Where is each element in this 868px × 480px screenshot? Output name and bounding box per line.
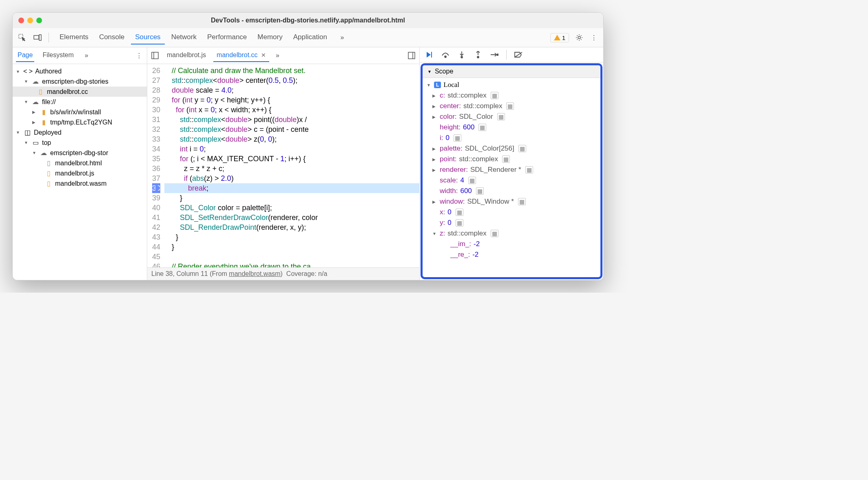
memory-icon[interactable]: ▦ <box>491 92 498 99</box>
more-tabs-icon[interactable]: » <box>338 33 347 42</box>
page-tab[interactable]: Page <box>16 49 34 62</box>
top-toolbar: ElementsConsoleSourcesNetworkPerformance… <box>13 28 603 47</box>
scope-var-c[interactable]: ▶c: std::complex▦ <box>423 90 600 101</box>
memory-icon[interactable]: ▦ <box>525 166 533 173</box>
titlebar: DevTools - emscripten-dbg-stories.netlif… <box>13 13 603 28</box>
debugger-toolbar <box>420 47 603 62</box>
svg-point-13 <box>477 56 479 58</box>
more-sidebar-tabs-icon[interactable]: » <box>82 51 91 60</box>
file-tab-mandelbrot-js[interactable]: mandelbrot.js <box>164 49 209 62</box>
authored-group[interactable]: ▼< >Authored <box>13 67 147 76</box>
scope-var-center[interactable]: ▶center: std::complex▦ <box>423 101 600 111</box>
resume-icon[interactable] <box>425 50 434 59</box>
scope-var-z-__re_[interactable]: __re_: -2 <box>423 249 600 260</box>
folder-bsw[interactable]: ▶▮b/s/w/ir/x/w/install <box>13 107 147 117</box>
scope-var-z[interactable]: ▼z: std::complex▦ <box>423 228 600 239</box>
settings-gear-icon[interactable] <box>575 33 584 42</box>
fileurl-node[interactable]: ▼file:// <box>13 97 147 107</box>
warnings-count: 1 <box>562 34 565 41</box>
sources-sidebar: Page Filesystem » ⋮ ▼< >Authored ▼emscri… <box>13 47 147 280</box>
scope-var-x[interactable]: x: 0▦ <box>423 207 600 218</box>
line-gutter: 2627282930313233343536373839404142434445… <box>147 64 164 267</box>
panel-tab-console[interactable]: Console <box>95 31 128 44</box>
scope-local[interactable]: ▼LLocal <box>423 80 600 90</box>
file-mandelbrot-html[interactable]: ▯mandelbrot.html <box>13 158 147 168</box>
editor-panel: mandelbrot.js mandelbrot.cc✕ » 262728293… <box>147 47 420 280</box>
panel-tab-network[interactable]: Network <box>167 31 201 44</box>
panel-tab-elements[interactable]: Elements <box>55 31 93 44</box>
debugger-panel: ▼Scope ▼LLocal ▶c: std::complex▦▶center:… <box>420 47 603 280</box>
kebab-menu-icon[interactable]: ⋮ <box>589 33 598 42</box>
warnings-badge[interactable]: 1 <box>550 33 569 42</box>
code-editor[interactable]: 2627282930313233343536373839404142434445… <box>147 64 419 267</box>
close-tab-icon[interactable]: ✕ <box>261 52 266 58</box>
svg-rect-6 <box>408 52 415 59</box>
svg-point-9 <box>445 56 446 58</box>
memory-icon[interactable]: ▦ <box>502 156 510 163</box>
svg-rect-2 <box>39 35 41 40</box>
step-icon[interactable] <box>490 50 499 59</box>
panel-tab-application[interactable]: Application <box>289 31 331 44</box>
scope-var-width[interactable]: width: 600▦ <box>423 186 600 196</box>
file-tabs: mandelbrot.js mandelbrot.cc✕ » <box>147 47 419 64</box>
file-mandelbrot-wasm[interactable]: ▯mandelbrot.wasm <box>13 178 147 189</box>
memory-icon[interactable]: ▦ <box>454 134 461 142</box>
traffic-lights <box>18 18 42 23</box>
scope-var-window[interactable]: ▶window: SDL_Window *▦ <box>423 196 600 207</box>
scope-var-point[interactable]: ▶point: std::complex▦ <box>423 154 600 164</box>
toggle-debugger-icon[interactable] <box>407 51 416 60</box>
panel-tab-memory[interactable]: Memory <box>253 31 286 44</box>
scope-var-renderer[interactable]: ▶renderer: SDL_Renderer *▦ <box>423 164 600 175</box>
more-file-tabs-icon[interactable]: » <box>273 51 282 60</box>
step-into-icon[interactable] <box>457 50 466 59</box>
top-frame[interactable]: ▼▭top <box>13 138 147 148</box>
inspect-icon[interactable] <box>18 33 27 42</box>
step-out-icon[interactable] <box>474 50 483 59</box>
site-deployed[interactable]: ▼emscripten-dbg-stor <box>13 148 147 158</box>
file-tree: ▼< >Authored ▼emscripten-dbg-stories ▯ma… <box>13 64 147 191</box>
file-mandelbrot-js[interactable]: ▯mandelbrot.js <box>13 168 147 178</box>
scope-body: ▼LLocal ▶c: std::complex▦▶center: std::c… <box>423 78 600 277</box>
site-node[interactable]: ▼emscripten-dbg-stories <box>13 76 147 87</box>
device-toolbar-icon[interactable] <box>33 33 42 42</box>
panel-tab-performance[interactable]: Performance <box>203 31 251 44</box>
panel-tab-sources[interactable]: Sources <box>131 31 164 44</box>
memory-icon[interactable]: ▦ <box>456 219 463 227</box>
scope-highlight: ▼Scope ▼LLocal ▶c: std::complex▦▶center:… <box>421 63 602 279</box>
scope-var-i[interactable]: i: 0▦ <box>423 133 600 143</box>
svg-rect-1 <box>34 36 39 39</box>
coverage-label: Coverage: n/a <box>286 270 328 277</box>
svg-point-15 <box>497 54 498 56</box>
scope-var-z-__im_[interactable]: __im_: -2 <box>423 239 600 249</box>
toggle-navigator-icon[interactable] <box>151 51 159 60</box>
sidebar-kebab-icon[interactable]: ⋮ <box>135 51 144 60</box>
step-over-icon[interactable] <box>441 50 450 59</box>
memory-icon[interactable]: ▦ <box>506 102 514 110</box>
memory-icon[interactable]: ▦ <box>497 113 505 120</box>
memory-icon[interactable]: ▦ <box>476 187 484 195</box>
minimize-window-button[interactable] <box>27 18 33 23</box>
file-mandelbrot-cc[interactable]: ▯mandelbrot.cc <box>13 87 147 97</box>
code-area[interactable]: // Calculate and draw the Mandelbrot set… <box>164 64 419 267</box>
scope-var-palette[interactable]: ▶palette: SDL_Color[256]▦ <box>423 143 600 154</box>
deployed-group[interactable]: ▼◫Deployed <box>13 127 147 138</box>
file-tab-mandelbrot-cc[interactable]: mandelbrot.cc✕ <box>213 49 269 62</box>
memory-icon[interactable]: ▦ <box>518 198 526 205</box>
maximize-window-button[interactable] <box>36 18 42 23</box>
scope-section-header[interactable]: ▼Scope <box>423 65 600 78</box>
scope-var-height[interactable]: height: 600▦ <box>423 122 600 133</box>
devtools-window: DevTools - emscripten-dbg-stories.netlif… <box>12 12 604 280</box>
scope-var-color[interactable]: ▶color: SDL_Color▦ <box>423 111 600 122</box>
memory-icon[interactable]: ▦ <box>518 145 526 152</box>
memory-icon[interactable]: ▦ <box>456 209 463 216</box>
source-map-link[interactable]: mandelbrot.wasm <box>229 270 280 277</box>
deactivate-breakpoints-icon[interactable] <box>514 50 523 59</box>
folder-tmp[interactable]: ▶▮tmp/tmp.ELcTq2YGN <box>13 117 147 127</box>
filesystem-tab[interactable]: Filesystem <box>41 49 75 62</box>
memory-icon[interactable]: ▦ <box>478 124 486 131</box>
scope-var-y[interactable]: y: 0▦ <box>423 218 600 228</box>
memory-icon[interactable]: ▦ <box>491 230 498 237</box>
close-window-button[interactable] <box>18 18 24 23</box>
scope-var-scale[interactable]: scale: 4▦ <box>423 175 600 186</box>
memory-icon[interactable]: ▦ <box>468 177 476 184</box>
